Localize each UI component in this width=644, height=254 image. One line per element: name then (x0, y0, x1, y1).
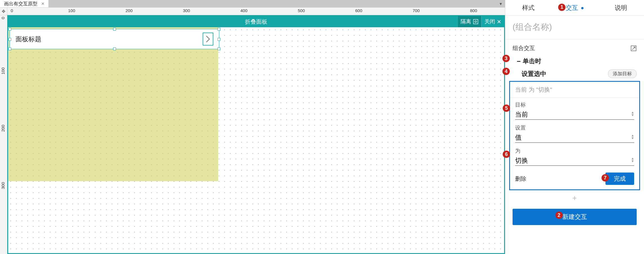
annotation-1: 1 (558, 4, 565, 11)
delete-action-link[interactable]: 删除 (515, 175, 526, 183)
to-select[interactable] (515, 156, 634, 166)
panel-body-shape[interactable] (8, 27, 218, 181)
group-edit-title: 折叠面板 (245, 18, 267, 26)
expand-chevron-button[interactable] (203, 33, 213, 46)
tab-interactions[interactable]: 1 交互 (551, 0, 598, 16)
close-icon: ✕ (497, 19, 501, 25)
annotation-6: 6 (503, 151, 510, 158)
svg-point-1 (475, 21, 477, 22)
inspector-panel: 样式 1 交互 说明 (组合名称) 组合交互 3 单击时 4 设置选中 添加目标… (505, 0, 644, 254)
target-label: 目标 (515, 101, 634, 108)
add-target-button[interactable]: 添加目标 (608, 69, 637, 78)
action-set-selected[interactable]: 4 设置选中 添加目标 (505, 68, 644, 81)
close-group-button[interactable]: 关闭 ✕ (481, 16, 504, 27)
add-action-button[interactable]: + (505, 190, 644, 206)
event-onclick[interactable]: 3 单击时 (505, 55, 644, 68)
widget-name-field[interactable]: (组合名称) (505, 16, 644, 39)
isolate-button[interactable]: 隔离 (457, 16, 481, 27)
close-icon[interactable]: × (41, 1, 44, 7)
interactions-section-header: 组合交互 (505, 39, 644, 55)
group-edit-frame: 折叠面板 隔离 关闭 ✕ (7, 15, 505, 254)
tab-style[interactable]: 样式 (505, 0, 551, 16)
annotation-7: 7 (601, 174, 609, 182)
horizontal-ruler-row: ✥ 0 100 200 300 400 500 600 700 800 (0, 7, 505, 15)
horizontal-ruler[interactable]: 0 100 200 300 400 500 600 700 800 (7, 8, 505, 15)
svg-rect-0 (473, 19, 478, 24)
annotation-2: 2 (555, 212, 563, 219)
canvas-area: 画出有交互原型 × ▾ ✥ 0 100 200 300 400 500 600 … (0, 0, 505, 254)
chevron-right-icon (205, 35, 211, 43)
done-button[interactable]: 7 完成 (605, 173, 634, 185)
set-select[interactable] (515, 133, 634, 143)
annotation-5: 5 (503, 105, 510, 112)
annotation-3: 3 (502, 55, 510, 62)
expand-panel-icon[interactable] (630, 45, 637, 51)
new-interaction-button[interactable]: 2 新建交互 (513, 209, 637, 225)
document-tab[interactable]: 画出有交互原型 × (0, 0, 49, 7)
design-canvas[interactable]: 折叠面板 隔离 关闭 ✕ (7, 15, 505, 254)
group-edit-title-bar: 折叠面板 隔离 关闭 ✕ (8, 16, 504, 27)
tab-title: 画出有交互原型 (4, 1, 37, 7)
annotation-4: 4 (502, 68, 510, 75)
collapse-icon (517, 61, 520, 62)
action-summary: 当前 为 "切换" (510, 82, 639, 98)
inspector-tabs: 样式 1 交互 说明 (505, 0, 644, 16)
chevron-updown-icon: ▴▾ (632, 111, 634, 116)
set-label: 设置 (515, 124, 634, 131)
to-label: 为 (515, 147, 634, 155)
tab-dropdown-icon[interactable]: ▾ (497, 0, 505, 7)
target-select[interactable] (515, 110, 634, 120)
panel-title-widget[interactable]: 面板标题 (10, 29, 219, 49)
chevron-updown-icon: ▴▾ (632, 157, 634, 162)
tab-notes[interactable]: 说明 (598, 0, 644, 16)
panel-title-text: 面板标题 (15, 35, 41, 44)
action-config-box: 当前 为 "切换" 目标 5 ▴▾ 设置 ▴▾ 为 6 (509, 81, 640, 190)
focus-icon (473, 19, 478, 24)
unsaved-indicator-icon (581, 7, 583, 9)
vertical-ruler[interactable]: 0 100 200 300 (0, 15, 7, 254)
document-tab-strip: 画出有交互原型 × ▾ (0, 0, 505, 7)
ruler-origin-icon[interactable]: ✥ (0, 8, 7, 15)
chevron-updown-icon: ▴▾ (632, 134, 634, 139)
